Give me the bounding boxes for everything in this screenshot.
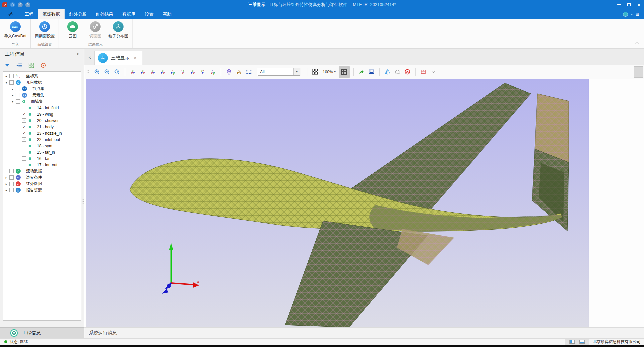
grid-view-icon[interactable] <box>28 62 35 69</box>
collapsed-arrow-icon[interactable]: ▸ <box>4 75 8 78</box>
menu-dropdown-caret-icon[interactable]: ▾ <box>631 13 633 16</box>
collapsed-arrow-icon[interactable]: ▸ <box>4 189 8 192</box>
menu-tab-3[interactable]: 红外分析 <box>65 9 91 19</box>
tree-item-3[interactable]: ▸节点集 <box>3 86 81 92</box>
tree-item-5[interactable]: ▾面域集 <box>3 98 81 105</box>
panel-splitter-handle[interactable] <box>83 199 84 204</box>
visibility-checkbox[interactable] <box>9 182 14 186</box>
visibility-checkbox[interactable] <box>16 93 20 97</box>
smooth-display-button[interactable] <box>393 67 402 76</box>
menu-tab-4[interactable]: 红外结果 <box>91 9 118 19</box>
screenshot-button[interactable] <box>367 67 376 76</box>
node-display-button[interactable] <box>234 67 243 76</box>
visibility-checkbox[interactable]: ✓ <box>22 112 26 116</box>
collapsed-arrow-icon[interactable]: ▸ <box>11 87 15 91</box>
particle-plot-button[interactable]: 粒子分布图 <box>107 21 130 41</box>
tree-item-7[interactable]: ✓19 - wing <box>3 111 81 117</box>
menu-tab-1[interactable]: 工程 <box>20 9 38 19</box>
visibility-checkbox[interactable]: ✓ <box>22 131 26 135</box>
visibility-checkbox[interactable] <box>22 144 26 148</box>
view-orientation-1[interactable]: yxz <box>129 67 138 76</box>
contour-plot-button[interactable]: 云图 <box>62 21 84 41</box>
combo-dropdown-button[interactable]: ▾ <box>293 68 300 75</box>
clear-view-button[interactable] <box>403 67 412 76</box>
maximize-button[interactable] <box>624 0 634 9</box>
zoom-out-button[interactable] <box>103 67 112 76</box>
ribbon-collapse-icon[interactable] <box>635 42 639 45</box>
expanded-arrow-icon[interactable]: ▾ <box>4 81 8 84</box>
visibility-checkbox[interactable] <box>22 106 26 110</box>
mirror-display-button[interactable] <box>383 67 392 76</box>
filter-icon[interactable] <box>4 62 11 69</box>
visibility-checkbox[interactable] <box>22 150 26 154</box>
visibility-checkbox[interactable] <box>9 169 14 173</box>
menu-tab-2[interactable]: 流场数据 <box>38 9 65 19</box>
region-select-button[interactable] <box>244 67 253 76</box>
collapsed-arrow-icon[interactable]: ▸ <box>11 94 15 97</box>
visibility-checkbox[interactable]: ✓ <box>22 118 26 123</box>
periodic-surface-button[interactable]: 周期面设置 <box>33 21 56 41</box>
visibility-checkbox[interactable] <box>9 188 14 192</box>
viewport-3d[interactable]: x <box>86 79 589 327</box>
panel-layout-bottom-icon[interactable] <box>579 340 585 344</box>
toolbar-grip[interactable] <box>88 69 89 75</box>
save-section-caret[interactable] <box>429 67 438 76</box>
visibility-checkbox[interactable] <box>22 156 26 161</box>
sidebar-footer-button[interactable]: 工程信息 <box>0 327 84 338</box>
expanded-arrow-icon[interactable]: ▾ <box>11 100 15 103</box>
export-view-button[interactable] <box>357 67 366 76</box>
redo-button[interactable]: ↻ <box>25 2 30 7</box>
collapsed-arrow-icon[interactable]: ▸ <box>4 182 8 186</box>
tree-item-6[interactable]: 14 - int_fluid <box>3 105 81 111</box>
tree-item-1[interactable]: ▸坐标系 <box>3 73 81 79</box>
visibility-checkbox[interactable]: ✓ <box>22 125 26 129</box>
tree-item-10[interactable]: ✓23 - nozzle_in <box>3 130 81 136</box>
tree-item-9[interactable]: ✓21 - body <box>3 124 81 130</box>
menu-tab-6[interactable]: 设置 <box>140 9 158 19</box>
tree-item-11[interactable]: ✓22 - inlet_out <box>3 136 81 143</box>
undo-button[interactable]: ↺ <box>18 2 23 7</box>
view-orientation-5[interactable]: xzy <box>168 67 177 76</box>
probe-point-button[interactable] <box>224 67 233 76</box>
visibility-checkbox[interactable] <box>16 87 20 91</box>
tab-3d-view[interactable]: 三维显示 × <box>94 51 142 65</box>
visibility-checkbox[interactable] <box>9 74 14 78</box>
zoom-in-button[interactable] <box>93 67 102 76</box>
zoom-level-select[interactable]: 100%▾ <box>323 70 336 74</box>
layout-grid-icon[interactable]: ▦ <box>636 12 639 17</box>
import-cas-dat-button[interactable]: cas导入Cas/Dat <box>3 21 28 41</box>
tree-item-8[interactable]: ✓20 - chuiwei <box>3 117 81 124</box>
background-pattern-button[interactable] <box>311 67 320 76</box>
tree-item-13[interactable]: 15 - far_in <box>3 149 81 155</box>
tree-item-12[interactable]: 18 - sym <box>3 143 81 149</box>
visibility-checkbox[interactable] <box>22 163 26 167</box>
view-orientation-9[interactable]: zxy <box>208 67 217 76</box>
locate-target-icon[interactable] <box>40 62 47 69</box>
tab-scroll-left-button[interactable]: < <box>86 51 94 65</box>
tab-close-icon[interactable]: × <box>134 55 137 60</box>
tree-item-19[interactable]: ▸报告资源 <box>3 187 81 193</box>
visibility-checkbox[interactable] <box>9 175 14 180</box>
view-orientation-8[interactable]: yxz <box>198 67 207 76</box>
visibility-checkbox[interactable]: ✓ <box>22 137 26 142</box>
collapsed-arrow-icon[interactable]: ▸ <box>4 176 8 179</box>
zoom-window-button[interactable] <box>113 67 122 76</box>
tree-item-2[interactable]: ▾几何数据 <box>3 79 81 86</box>
outline-list-icon[interactable] <box>16 62 23 69</box>
display-filter-select[interactable]: All▾ <box>258 68 300 76</box>
view-orientation-2[interactable]: yzx <box>139 67 148 76</box>
minimize-button[interactable] <box>614 0 624 9</box>
save-section-button[interactable] <box>419 67 428 76</box>
view-orientation-4[interactable]: yzx <box>159 67 167 76</box>
tree-item-4[interactable]: ▸元素集 <box>3 92 81 98</box>
view-orientation-3[interactable]: yxz <box>149 67 158 76</box>
toolbar-overflow-button[interactable] <box>634 66 643 78</box>
tree-item-16[interactable]: 流场数据 <box>3 168 81 174</box>
mesh-display-button[interactable] <box>339 66 350 78</box>
view-orientation-6[interactable]: zyx <box>178 67 187 76</box>
view-orientation-7[interactable]: yzx <box>188 67 197 76</box>
tree-item-18[interactable]: ▸红外数据 <box>3 181 81 187</box>
close-button[interactable]: × <box>634 0 644 9</box>
panel-layout-left-icon[interactable] <box>569 340 575 344</box>
app-button[interactable] <box>2 2 7 7</box>
